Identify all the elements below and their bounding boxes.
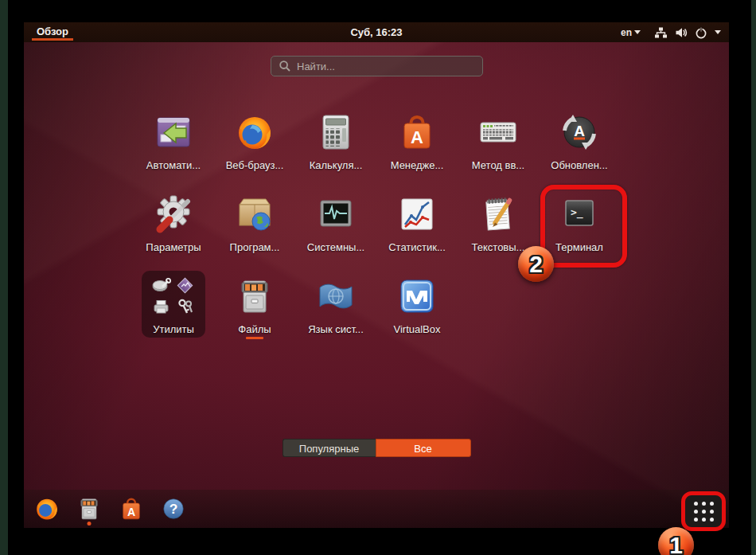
- dock-files-button[interactable]: [74, 491, 104, 526]
- app-label: Калькуля...: [310, 159, 363, 171]
- category-toggle: Популярные Все: [24, 439, 729, 457]
- network-wired-icon: [654, 26, 668, 39]
- keyboard-layout-label: en: [621, 27, 632, 38]
- running-indicator: [88, 522, 92, 526]
- app-label: Програм...: [230, 241, 280, 253]
- chevron-down-icon: [715, 30, 721, 34]
- package-globe-icon: [232, 192, 277, 236]
- volume-icon: [675, 26, 688, 39]
- frequent-apps-button[interactable]: Популярные: [283, 439, 376, 457]
- ubuntu-software-icon: A: [117, 494, 146, 523]
- app-label: VirtualBox: [393, 323, 440, 335]
- screen-bezel-right: [751, 0, 756, 555]
- app-label: Текстовы...: [472, 241, 525, 253]
- svg-text:A: A: [127, 506, 135, 518]
- app-programs[interactable]: Програм...: [214, 189, 295, 271]
- image-viewer-icon: [176, 276, 195, 295]
- ubuntu-activities-overview: Обзор Суб, 16:23 en: [24, 22, 729, 528]
- dock-help-button[interactable]: ?: [158, 491, 189, 526]
- show-applications-grid-icon: [694, 502, 714, 522]
- step-2-badge: 2: [518, 246, 554, 282]
- folder-label: Утилиты: [153, 323, 194, 335]
- search-input[interactable]: Найти...: [271, 56, 483, 76]
- app-startup-applications[interactable]: Автомати...: [133, 107, 214, 189]
- app-label: Терминал: [555, 241, 603, 253]
- app-statistics[interactable]: Статистик...: [376, 189, 458, 271]
- app-label: Системны...: [307, 241, 364, 253]
- step-1-badge: 1: [658, 527, 694, 555]
- text-editor-icon: [476, 192, 520, 236]
- disk-utility-icon: [152, 276, 171, 295]
- keyboard-input-icon: [476, 110, 520, 154]
- chevron-down-icon: [634, 30, 641, 34]
- app-files[interactable]: Файлы: [214, 271, 295, 353]
- all-apps-button[interactable]: Все: [376, 439, 471, 457]
- firefox-icon: [232, 110, 277, 154]
- app-system-monitor[interactable]: Системны...: [295, 189, 376, 271]
- app-calculator[interactable]: Калькуля...: [295, 107, 376, 189]
- utilities-folder-icon: [151, 274, 196, 319]
- startup-applications-icon: [151, 110, 196, 154]
- app-software-manager[interactable]: A Менедже...: [376, 107, 458, 189]
- show-applications-button[interactable]: [681, 491, 726, 531]
- firefox-icon: [33, 494, 61, 523]
- app-system-language[interactable]: Язык сист...: [295, 271, 376, 353]
- app-grid: Автомати... Веб-брауз...: [24, 107, 729, 353]
- app-terminal[interactable]: >_ Терминал 2: [539, 189, 620, 271]
- software-updater-icon: A: [557, 110, 602, 154]
- running-indicator: [246, 337, 263, 339]
- app-web-browser[interactable]: Веб-брауз...: [214, 107, 295, 189]
- app-input-method[interactable]: Метод вв...: [458, 107, 539, 189]
- settings-icon: [151, 192, 196, 236]
- svg-text:A: A: [574, 123, 585, 139]
- system-status-area[interactable]: en: [621, 26, 721, 39]
- app-virtualbox[interactable]: VirtualBox: [376, 271, 458, 353]
- svg-text:A: A: [411, 127, 423, 147]
- search-icon: [279, 60, 291, 72]
- language-flag-icon: [314, 274, 358, 319]
- help-icon: ?: [159, 494, 188, 523]
- app-label: Автомати...: [146, 159, 201, 171]
- app-software-updater[interactable]: A Обновлен...: [539, 107, 620, 189]
- dock: A ? 1: [24, 490, 729, 528]
- app-label: Статистик...: [388, 241, 446, 253]
- terminal-icon: >_: [557, 192, 602, 236]
- app-label: Файлы: [238, 323, 271, 335]
- app-folder-utilities[interactable]: Утилиты: [133, 271, 214, 353]
- power-icon: [695, 26, 707, 39]
- search-placeholder: Найти...: [297, 61, 335, 72]
- app-label: Веб-брауз...: [226, 159, 284, 171]
- app-settings[interactable]: Параметры: [133, 189, 214, 271]
- statistics-icon: [395, 192, 439, 236]
- files-icon: [232, 274, 277, 319]
- screen-bezel-left: [0, 0, 8, 555]
- files-icon: [75, 494, 103, 523]
- app-label: Обновлен...: [551, 159, 607, 171]
- keyboard-layout-indicator[interactable]: en: [621, 27, 641, 38]
- passwords-keys-icon: [176, 298, 195, 317]
- ubuntu-software-icon: A: [395, 110, 439, 154]
- printer-icon: [152, 298, 171, 317]
- svg-text:?: ?: [170, 501, 178, 517]
- app-label: Метод вв...: [472, 159, 524, 171]
- app-label: Язык сист...: [308, 323, 364, 335]
- virtualbox-icon: [395, 274, 439, 319]
- dock-firefox-button[interactable]: [32, 491, 62, 526]
- app-label: Менедже...: [391, 159, 444, 171]
- app-label: Параметры: [146, 241, 201, 253]
- calculator-icon: [314, 110, 358, 154]
- dock-ubuntu-software-button[interactable]: A: [116, 491, 146, 526]
- svg-text:>_: >_: [571, 206, 583, 219]
- system-monitor-icon: [314, 192, 358, 236]
- top-bar: Обзор Суб, 16:23 en: [24, 22, 729, 42]
